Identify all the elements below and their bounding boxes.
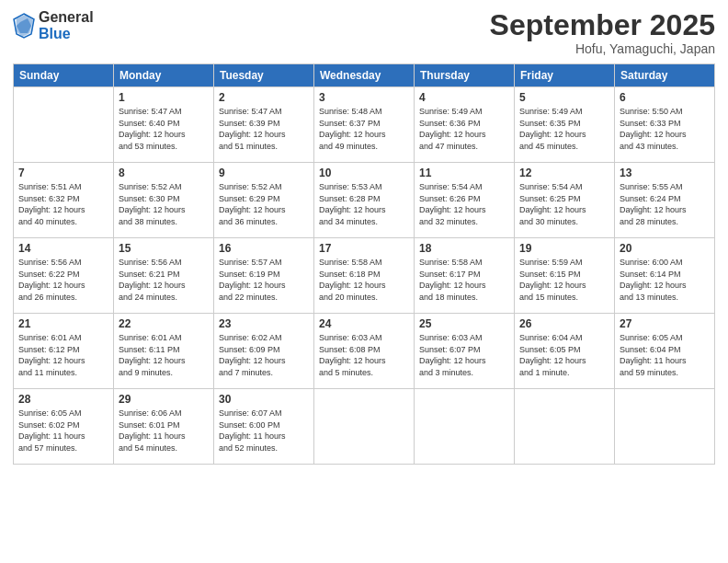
day-number: 4 xyxy=(419,91,509,104)
calendar-cell-w4-d1: 21Sunrise: 6:01 AM Sunset: 6:12 PM Dayli… xyxy=(14,314,114,389)
calendar-week-1: 1Sunrise: 5:47 AM Sunset: 6:40 PM Daylig… xyxy=(14,87,715,163)
day-number: 7 xyxy=(18,167,108,179)
cell-info: Sunrise: 6:05 AM Sunset: 6:02 PM Dayligh… xyxy=(18,408,108,454)
day-number: 13 xyxy=(620,167,710,179)
calendar-cell-w1-d3: 2Sunrise: 5:47 AM Sunset: 6:39 PM Daylig… xyxy=(214,87,314,163)
logo-blue-text: Blue xyxy=(39,26,94,42)
cell-info: Sunrise: 6:04 AM Sunset: 6:05 PM Dayligh… xyxy=(519,332,609,378)
calendar-cell-w5-d4 xyxy=(314,389,415,465)
cell-info: Sunrise: 6:06 AM Sunset: 6:01 PM Dayligh… xyxy=(119,408,209,454)
cell-info: Sunrise: 5:59 AM Sunset: 6:15 PM Dayligh… xyxy=(519,257,609,303)
cell-info: Sunrise: 5:52 AM Sunset: 6:29 PM Dayligh… xyxy=(219,181,309,227)
cell-info: Sunrise: 5:55 AM Sunset: 6:24 PM Dayligh… xyxy=(620,181,710,227)
page: General Blue September 2025 Hofu, Yamagu… xyxy=(0,0,728,563)
calendar: Sunday Monday Tuesday Wednesday Thursday… xyxy=(13,63,715,465)
calendar-cell-w1-d2: 1Sunrise: 5:47 AM Sunset: 6:40 PM Daylig… xyxy=(114,87,214,163)
calendar-cell-w2-d2: 8Sunrise: 5:52 AM Sunset: 6:30 PM Daylig… xyxy=(114,163,214,238)
calendar-cell-w4-d2: 22Sunrise: 6:01 AM Sunset: 6:11 PM Dayli… xyxy=(114,314,214,389)
logo: General Blue xyxy=(13,9,94,41)
day-number: 17 xyxy=(319,242,409,255)
day-number: 5 xyxy=(519,91,609,104)
cell-info: Sunrise: 5:52 AM Sunset: 6:30 PM Dayligh… xyxy=(119,181,209,227)
cell-info: Sunrise: 5:54 AM Sunset: 6:25 PM Dayligh… xyxy=(519,181,609,227)
calendar-cell-w3-d4: 17Sunrise: 5:58 AM Sunset: 6:18 PM Dayli… xyxy=(314,238,415,314)
cell-info: Sunrise: 5:50 AM Sunset: 6:33 PM Dayligh… xyxy=(620,106,710,152)
cell-info: Sunrise: 6:07 AM Sunset: 6:00 PM Dayligh… xyxy=(219,408,309,454)
calendar-cell-w1-d1 xyxy=(14,87,114,163)
col-friday: Friday xyxy=(515,64,615,87)
calendar-cell-w3-d6: 19Sunrise: 5:59 AM Sunset: 6:15 PM Dayli… xyxy=(515,238,615,314)
logo-icon xyxy=(13,13,35,39)
calendar-week-5: 28Sunrise: 6:05 AM Sunset: 6:02 PM Dayli… xyxy=(14,389,715,465)
calendar-cell-w2-d7: 13Sunrise: 5:55 AM Sunset: 6:24 PM Dayli… xyxy=(615,163,715,238)
day-number: 28 xyxy=(18,393,108,406)
day-number: 30 xyxy=(219,393,309,406)
day-number: 18 xyxy=(419,242,509,255)
cell-info: Sunrise: 5:47 AM Sunset: 6:40 PM Dayligh… xyxy=(119,106,209,152)
day-number: 19 xyxy=(519,242,609,255)
cell-info: Sunrise: 5:51 AM Sunset: 6:32 PM Dayligh… xyxy=(18,181,108,227)
calendar-cell-w4-d7: 27Sunrise: 6:05 AM Sunset: 6:04 PM Dayli… xyxy=(615,314,715,389)
day-number: 3 xyxy=(319,91,409,104)
day-number: 26 xyxy=(519,317,609,330)
day-number: 6 xyxy=(620,91,710,104)
calendar-cell-w2-d4: 10Sunrise: 5:53 AM Sunset: 6:28 PM Dayli… xyxy=(314,163,415,238)
col-saturday: Saturday xyxy=(615,64,715,87)
calendar-cell-w5-d7 xyxy=(615,389,715,465)
cell-info: Sunrise: 5:48 AM Sunset: 6:37 PM Dayligh… xyxy=(319,106,409,152)
calendar-cell-w4-d6: 26Sunrise: 6:04 AM Sunset: 6:05 PM Dayli… xyxy=(515,314,615,389)
day-number: 8 xyxy=(119,167,209,179)
header: General Blue September 2025 Hofu, Yamagu… xyxy=(13,9,715,56)
calendar-cell-w4-d4: 24Sunrise: 6:03 AM Sunset: 6:08 PM Dayli… xyxy=(314,314,415,389)
cell-info: Sunrise: 5:57 AM Sunset: 6:19 PM Dayligh… xyxy=(219,257,309,303)
calendar-cell-w3-d3: 16Sunrise: 5:57 AM Sunset: 6:19 PM Dayli… xyxy=(214,238,314,314)
calendar-cell-w5-d3: 30Sunrise: 6:07 AM Sunset: 6:00 PM Dayli… xyxy=(214,389,314,465)
cell-info: Sunrise: 5:49 AM Sunset: 6:36 PM Dayligh… xyxy=(419,106,509,152)
location: Hofu, Yamaguchi, Japan xyxy=(490,41,715,56)
calendar-cell-w1-d4: 3Sunrise: 5:48 AM Sunset: 6:37 PM Daylig… xyxy=(314,87,415,163)
calendar-cell-w4-d3: 23Sunrise: 6:02 AM Sunset: 6:09 PM Dayli… xyxy=(214,314,314,389)
cell-info: Sunrise: 6:03 AM Sunset: 6:08 PM Dayligh… xyxy=(319,332,409,378)
calendar-cell-w1-d5: 4Sunrise: 5:49 AM Sunset: 6:36 PM Daylig… xyxy=(415,87,515,163)
col-monday: Monday xyxy=(114,64,214,87)
calendar-cell-w5-d6 xyxy=(515,389,615,465)
calendar-cell-w1-d6: 5Sunrise: 5:49 AM Sunset: 6:35 PM Daylig… xyxy=(515,87,615,163)
logo-text: General Blue xyxy=(39,9,94,41)
col-tuesday: Tuesday xyxy=(214,64,314,87)
calendar-cell-w4-d5: 25Sunrise: 6:03 AM Sunset: 6:07 PM Dayli… xyxy=(415,314,515,389)
calendar-cell-w3-d1: 14Sunrise: 5:56 AM Sunset: 6:22 PM Dayli… xyxy=(14,238,114,314)
calendar-week-3: 14Sunrise: 5:56 AM Sunset: 6:22 PM Dayli… xyxy=(14,238,715,314)
day-number: 27 xyxy=(620,317,710,330)
title-block: September 2025 Hofu, Yamaguchi, Japan xyxy=(490,9,715,56)
day-number: 11 xyxy=(419,167,509,179)
calendar-cell-w2-d6: 12Sunrise: 5:54 AM Sunset: 6:25 PM Dayli… xyxy=(515,163,615,238)
cell-info: Sunrise: 6:01 AM Sunset: 6:11 PM Dayligh… xyxy=(119,332,209,378)
col-sunday: Sunday xyxy=(14,64,114,87)
cell-info: Sunrise: 5:53 AM Sunset: 6:28 PM Dayligh… xyxy=(319,181,409,227)
calendar-cell-w3-d2: 15Sunrise: 5:56 AM Sunset: 6:21 PM Dayli… xyxy=(114,238,214,314)
cell-info: Sunrise: 5:56 AM Sunset: 6:22 PM Dayligh… xyxy=(18,257,108,303)
day-number: 24 xyxy=(319,317,409,330)
cell-info: Sunrise: 5:54 AM Sunset: 6:26 PM Dayligh… xyxy=(419,181,509,227)
cell-info: Sunrise: 5:49 AM Sunset: 6:35 PM Dayligh… xyxy=(519,106,609,152)
cell-info: Sunrise: 6:05 AM Sunset: 6:04 PM Dayligh… xyxy=(620,332,710,378)
logo-general-text: General xyxy=(39,9,94,26)
calendar-cell-w3-d5: 18Sunrise: 5:58 AM Sunset: 6:17 PM Dayli… xyxy=(415,238,515,314)
day-number: 10 xyxy=(319,167,409,179)
day-number: 21 xyxy=(18,317,108,330)
calendar-cell-w3-d7: 20Sunrise: 6:00 AM Sunset: 6:14 PM Dayli… xyxy=(615,238,715,314)
month-title: September 2025 xyxy=(490,9,715,41)
col-thursday: Thursday xyxy=(415,64,515,87)
cell-info: Sunrise: 6:01 AM Sunset: 6:12 PM Dayligh… xyxy=(18,332,108,378)
cell-info: Sunrise: 5:47 AM Sunset: 6:39 PM Dayligh… xyxy=(219,106,309,152)
calendar-cell-w2-d5: 11Sunrise: 5:54 AM Sunset: 6:26 PM Dayli… xyxy=(415,163,515,238)
day-number: 14 xyxy=(18,242,108,255)
day-number: 1 xyxy=(119,91,209,104)
day-number: 22 xyxy=(119,317,209,330)
calendar-week-2: 7Sunrise: 5:51 AM Sunset: 6:32 PM Daylig… xyxy=(14,163,715,238)
day-number: 16 xyxy=(219,242,309,255)
day-number: 15 xyxy=(119,242,209,255)
calendar-cell-w5-d5 xyxy=(415,389,515,465)
calendar-week-4: 21Sunrise: 6:01 AM Sunset: 6:12 PM Dayli… xyxy=(14,314,715,389)
cell-info: Sunrise: 6:03 AM Sunset: 6:07 PM Dayligh… xyxy=(419,332,509,378)
